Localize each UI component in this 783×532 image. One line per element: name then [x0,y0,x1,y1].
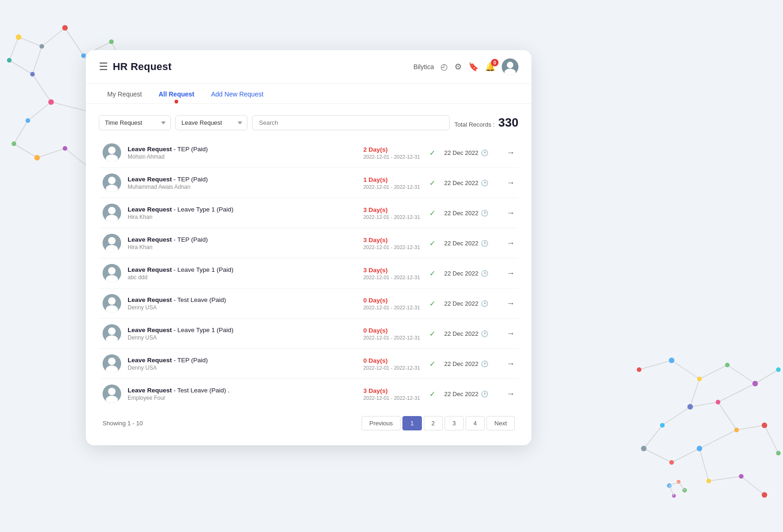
svg-point-32 [16,34,21,40]
request-info: Leave Request - Test Leave (Paid) Denny … [128,296,357,311]
arrow-icon[interactable]: → [506,238,515,248]
arrow-icon[interactable]: → [506,359,515,369]
calendar-icon: 🕑 [481,360,488,367]
leave-filter-select[interactable]: Leave Request [175,115,247,130]
arrow-icon[interactable]: → [506,299,515,308]
gear-icon[interactable]: ⚙ [454,62,462,72]
request-days: 0 Day(s) 2022-12-01 - 2022-12-31 [363,327,420,340]
tab-my-request[interactable]: My Request [99,84,150,103]
svg-line-9 [42,28,65,46]
avatar[interactable] [502,58,518,75]
svg-line-56 [672,449,699,462]
request-title: Leave Request - Leave Type 1 (Paid) [128,327,357,333]
svg-line-0 [65,28,84,56]
svg-line-16 [28,102,51,121]
page-4-button[interactable]: 4 [466,416,485,430]
request-date: 22 Dec 2022 🕑 [444,240,500,247]
svg-line-19 [37,148,65,158]
request-title: Leave Request - Test Leave (Paid) [128,296,357,303]
svg-line-44 [699,365,727,379]
request-title: Leave Request - TEP (Paid) [128,146,357,153]
arrow-icon[interactable]: → [506,148,515,158]
request-days: 2 Day(s) 2022-12-01 - 2022-12-31 [363,146,420,160]
check-icon: ✓ [427,239,438,248]
previous-button[interactable]: Previous [362,416,401,430]
bookmark-icon[interactable]: 🔖 [468,62,479,72]
calendar-icon: 🕑 [481,300,488,307]
request-days: 3 Day(s) 2022-12-01 - 2022-12-31 [363,267,420,280]
svg-line-49 [718,384,755,402]
page-1-button[interactable]: 1 [402,416,421,430]
page-3-button[interactable]: 3 [445,416,464,430]
svg-point-61 [637,367,641,372]
svg-line-42 [639,360,672,370]
svg-point-34 [30,72,35,77]
arrow-icon[interactable]: → [506,389,515,399]
svg-point-24 [81,53,86,58]
svg-point-63 [697,377,702,381]
svg-line-85 [669,486,674,496]
filter-row: Time Request Leave Request Leave Request… [99,115,518,130]
next-button[interactable]: Next [486,416,515,430]
table-row: Leave Request - TEP (Paid) Denny USA 0 D… [99,349,518,379]
request-info: Leave Request - TEP (Paid) Denny USA [128,357,357,371]
svg-line-48 [690,402,718,407]
clock-icon[interactable]: ◴ [440,62,448,72]
avatar [103,173,121,192]
svg-line-52 [764,425,778,453]
svg-point-73 [641,446,647,451]
request-info: Leave Request - Leave Type 1 (Paid) abc … [128,266,357,281]
calendar-icon: 🕑 [481,240,488,247]
calendar-icon: 🕑 [481,210,488,217]
request-date: 22 Dec 2022 🕑 [444,210,500,217]
calendar-icon: 🕑 [481,330,488,337]
svg-line-45 [727,365,755,384]
arrow-icon[interactable]: → [506,208,515,218]
notification-icon[interactable]: 🔔 0 [485,62,495,72]
svg-point-70 [762,423,767,428]
svg-line-20 [65,148,88,167]
request-info: Leave Request - TEP (Paid) Muhammad Awai… [128,176,357,190]
footer-row: Showing 1 - 10 Previous 1 2 3 4 Next [99,409,518,434]
request-date: 22 Dec 2022 🕑 [444,149,500,156]
request-title: Leave Request - TEP (Paid) [128,236,357,243]
search-input[interactable] [252,115,450,130]
page-2-button[interactable]: 2 [424,416,443,430]
svg-line-14 [32,74,51,102]
svg-line-10 [19,37,42,46]
svg-point-77 [739,474,744,479]
tab-add-new-request[interactable]: Add New Request [203,84,272,103]
request-days: 3 Day(s) 2022-12-01 - 2022-12-31 [363,387,420,401]
request-date: 22 Dec 2022 🕑 [444,270,500,277]
request-title: Leave Request - Leave Type 1 (Paid) [128,266,357,273]
svg-point-37 [12,141,16,146]
app-card: ☰ HR Request Bilytica ◴ ⚙ 🔖 🔔 0 My Requ [86,50,531,445]
arrow-icon[interactable]: → [506,178,515,188]
tab-all-request[interactable]: All Request [150,84,203,103]
svg-line-11 [9,37,19,60]
request-date: 22 Dec 2022 🕑 [444,391,500,397]
svg-line-51 [737,425,764,430]
content-area: Time Request Leave Request Leave Request… [86,104,531,445]
svg-point-76 [706,479,711,483]
showing-label: Showing 1 - 10 [103,420,143,427]
avatar [103,294,121,313]
type-filter-select[interactable]: Time Request Leave Request [99,115,171,130]
svg-point-31 [39,44,44,49]
request-list: Leave Request - TEP (Paid) Mohsin Ahmad … [99,138,518,409]
arrow-icon[interactable]: → [506,269,515,278]
request-title: Leave Request - Leave Type 1 (Paid) [128,206,357,213]
request-info: Leave Request - Test Leave (Paid) . Empl… [128,387,357,401]
request-employee-name: Hira Khan [128,244,357,250]
arrow-icon[interactable]: → [506,329,515,339]
svg-point-74 [669,460,674,465]
request-title: Leave Request - TEP (Paid) [128,176,357,183]
avatar [103,264,121,282]
svg-point-105 [108,297,116,305]
svg-line-13 [9,60,32,74]
check-icon: ✓ [427,329,438,338]
menu-icon[interactable]: ☰ [99,61,108,73]
svg-line-58 [699,449,709,481]
svg-point-64 [725,363,730,367]
svg-line-54 [644,425,662,449]
